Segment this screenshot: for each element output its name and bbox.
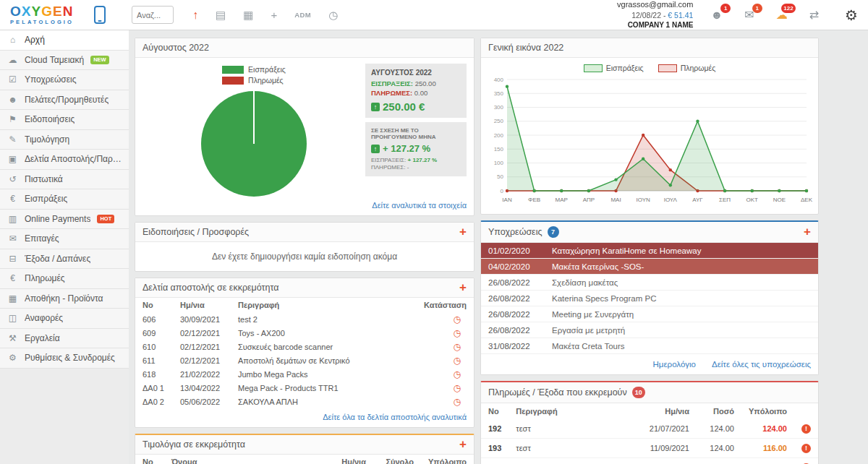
obligation-desc: Σχεδίαση μακέτας [552,278,618,287]
sidebar-item[interactable]: ☁ Cloud Ταμειακή NEW [0,51,129,71]
delivery-row[interactable]: 610 02/12/2021 Συσκευές barcode scanner … [135,340,474,353]
sidebar-item[interactable]: € Πληρωμές [0,269,129,289]
obligation-row[interactable]: 26/08/2022 Meeting με Συνεργάτη [481,306,818,322]
calendar-link[interactable]: Ημερολόγιο [653,360,696,369]
settings-gear-icon[interactable]: ⚙ [845,7,858,24]
sidebar-item[interactable]: ⌂ Αρχή [0,30,129,51]
delivery-row[interactable]: 609 02/12/2021 Toys - AX200 ◷ [135,326,474,340]
timer-icon[interactable]: ◷ [328,9,338,20]
payment-row[interactable]: 193 τεστ 11/09/2021 124.00 116.00 ! [481,439,818,458]
user-info[interactable]: vgrassos@gmail.com 12/08/22 - € 51.41 CO… [617,0,693,30]
sidebar-item[interactable]: ⊟ Έξοδα / Δαπάνες [0,249,129,270]
delivery-desc: test 2 [231,312,416,326]
contacts-icon[interactable]: ☻ 1 [710,9,723,21]
delivery-row[interactable]: ΔΑ0 2 05/06/2022 ΣΑΚΟΥΛΑ ΑΠΛΗ ◷ [135,395,474,408]
obligation-row[interactable]: 04/02/2020 Μακέτα Κατερίνας -SOS- [481,259,818,275]
obligation-date: 01/02/2020 [488,246,552,255]
main-content: Αύγουστος 2022 Εισπράξεις [129,30,868,464]
payment-desc: τεστ [509,439,631,458]
delivery-desc: Αποστολή δεμάτων σε Κεντρικό [231,353,416,367]
column-header: Περιγραφή [509,403,631,419]
yearly-overview-card: Γενική εικόνα 2022 Εισπράξεις Πληρωμές 0… [480,38,819,215]
sidebar-item[interactable]: ▣ Δελτία Αποστολής/Παραλαβής [0,150,129,170]
status-icons: ☻ 1 ✉ 1 ☁ 122 ⇄ [710,9,819,21]
user-email: vgrassos@gmail.com [617,0,693,10]
new-document-icon[interactable]: ▤ [216,9,226,20]
warehouse-products-icon: ▦ [7,293,18,304]
sidebar-item[interactable]: ▦ Αποθήκη - Προϊόντα [0,289,129,309]
adm-icon[interactable]: ADM [294,12,311,19]
delivery-date: 30/09/2021 [173,312,231,326]
add-delivery-note-button[interactable]: + [459,283,467,293]
legend-item: Πληρωμές [222,76,286,85]
add-icon[interactable]: + [271,9,277,20]
delivery-row[interactable]: ΔΑ0 1 13/04/2022 Mega Pack - Products TT… [135,381,474,395]
month-details-link[interactable]: Δείτε αναλυτικά τα στοιχεία [135,197,474,215]
add-invoice-button[interactable]: + [459,439,467,450]
logo-letter: Y [31,4,41,19]
mail-icon[interactable]: ✉ 1 [744,9,754,21]
column-header: No [481,403,509,419]
column-header: Περιγραφή [231,298,416,312]
svg-text:ΙΟΥΝ: ΙΟΥΝ [637,197,651,203]
card-header: Ειδοποιήσεις / Προσφορές + [135,223,474,242]
card-header: Αύγουστος 2022 [135,38,474,58]
obligation-row[interactable]: 26/08/2022 Katerina Specs Program PC [481,291,818,306]
sidebar-item[interactable]: ☑ Υποχρεώσεις [0,70,129,90]
obligation-row[interactable]: 26/08/2022 Εργασία με μετρητή [481,322,818,338]
column-header: Ημ/νια [173,298,231,312]
sidebar-item[interactable]: ⚑ Ειδοποιήσεις [0,110,129,130]
month-heading: ΑΥΓΟΥΣΤΟΣ 2022 [371,69,461,77]
add-notification-button[interactable]: + [459,227,467,237]
calendar-icon[interactable]: ▦ [243,9,253,20]
delivery-row[interactable]: 618 21/02/2022 Jumbo Mega Packs ◷ [135,367,474,381]
comparison-receipts: ΕΙΣΠΡΑΞΕΙΣ: + 127.27 % [371,157,461,163]
sidebar-item[interactable]: ☻ Πελάτες/Προμηθευτές [0,90,129,111]
upload-arrow-icon[interactable]: ↑ [192,9,198,21]
pie-legend: Εισπράξεις Πληρωμές [222,65,286,87]
payment-row[interactable]: 195 NEW_A 30/11/2021 5.30 5.30 ! [481,458,818,464]
credit-notes-icon: ↺ [7,174,18,184]
sidebar-item[interactable]: ⚙ Ρυθμίσεις & Συνδρομές [0,348,129,369]
month-summary-card: Αύγουστος 2022 Εισπράξεις [135,38,475,216]
delivery-status: ◷ [416,353,474,367]
sidebar-item[interactable]: ◫ Αναφορές [0,309,129,329]
delivery-all-link[interactable]: Δείτε όλα τα δελτία αποστολής αναλυτικά [135,408,474,427]
obligation-row[interactable]: 01/02/2020 Καταχώρηση KaratiHome σε Home… [481,243,818,259]
delivery-card-title: Δελτία αποστολής σε εκκρεμότητα [142,283,278,293]
user-switch-icon[interactable]: ⇄ [809,9,819,21]
search-input[interactable] [132,6,174,24]
cloud-sync-icon[interactable]: ☁ 122 [776,9,788,21]
sidebar-item[interactable]: ⚒ Εργαλεία [0,329,129,349]
delivery-row[interactable]: 611 02/12/2021 Αποστολή δεμάτων σε Κεντρ… [135,353,474,367]
delivery-status: ◷ [416,326,474,340]
sidebar-item[interactable]: ▥ Online Payments HOT [0,210,129,230]
svg-text:ΑΥΓ: ΑΥΓ [692,197,703,203]
all-obligations-link[interactable]: Δείτε όλες τις υποχρεώσεις [712,360,811,369]
sidebar-item-label: Έξοδα / Δαπάνες [25,254,90,264]
payment-row[interactable]: 192 τεστ 21/07/2021 124.00 124.00 ! [481,419,818,439]
svg-text:50: 50 [497,173,503,180]
delivery-notes-card: Δελτία αποστολής σε εκκρεμότητα + No Ημ/… [135,278,475,428]
delivery-desc: Mega Pack - Products TTR1 [231,381,416,395]
mobile-phone-icon[interactable] [94,6,106,24]
obligation-row[interactable]: 26/08/2022 Σχεδίαση μακέτας [481,275,818,291]
sidebar-item[interactable]: € Εισπράξεις [0,189,129,210]
svg-text:ΔΕΚ: ΔΕΚ [801,197,813,203]
delivery-date: 02/12/2021 [173,340,231,353]
delivery-row[interactable]: 606 30/09/2021 test 2 ◷ [135,312,474,326]
add-obligation-button[interactable]: + [804,227,811,237]
sidebar-item[interactable]: ✉ Επιταγές [0,229,129,249]
sidebar-item[interactable]: ↺ Πιστωτικά [0,170,129,190]
sidebar-item-label: Υποχρεώσεις [25,74,77,85]
obligation-row[interactable]: 31/08/2022 Μακέτα Creta Tours [481,338,818,354]
customers-suppliers-icon: ☻ [7,95,18,105]
sidebar-item[interactable]: ✎ Τιμολόγηση [0,130,129,150]
status-badge: 1 [752,4,762,13]
obligations-card: Υποχρεώσεις 7 + 01/02/2020 Καταχώρηση Ka… [480,220,819,375]
pie-zone: Εισπράξεις Πληρωμές [142,64,365,197]
toolbar-icons: ↑▤▦+ADM◷ [192,9,338,21]
payment-date: 30/11/2021 [631,458,697,464]
payments-icon: € [7,273,18,283]
app-logo[interactable]: OXYGEN PELATOLOGIO [10,4,74,25]
